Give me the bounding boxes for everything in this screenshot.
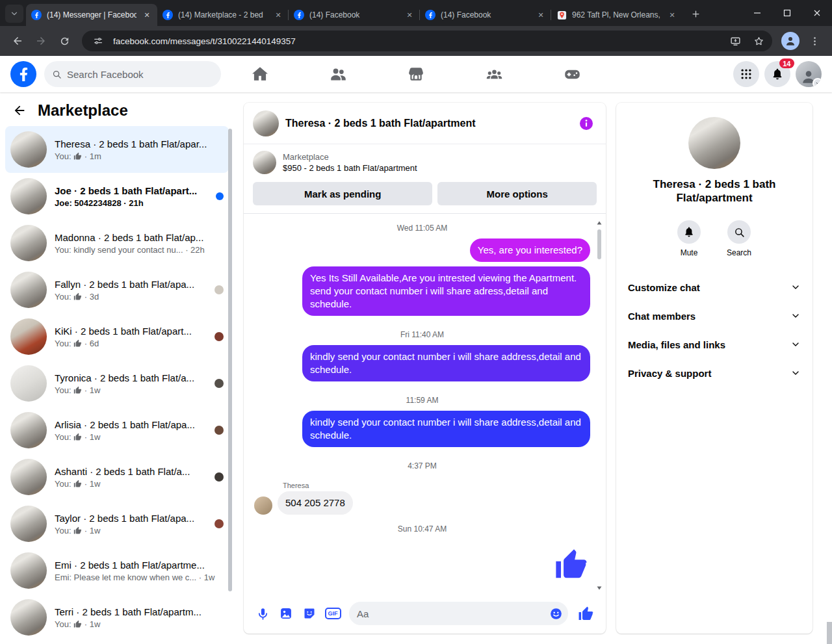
chat-list-item-emi[interactable]: Emi · 2 beds 1 bath Flat/apartme... Emi:… [5, 547, 229, 594]
url-text[interactable]: facebook.com/messages/t/3100221440149357 [113, 36, 720, 46]
nav-marketplace[interactable] [377, 56, 455, 92]
message-input[interactable]: Aa [349, 602, 568, 625]
site-settings-icon[interactable] [90, 32, 107, 49]
chat-list-item-kiki[interactable]: KiKi · 2 beds 1 bath Flat/apart... You: … [5, 313, 229, 360]
new-tab-button[interactable] [686, 5, 705, 23]
mark-as-pending-button[interactable]: Mark as pending [253, 182, 432, 205]
tab-close-icon[interactable]: ✕ [536, 10, 546, 20]
browser-profile-avatar[interactable] [781, 32, 800, 50]
browser-tab-facebook-1[interactable]: (14) Facebook ✕ [289, 4, 420, 26]
bookmark-star-icon[interactable] [750, 32, 767, 49]
sidebar-scrollbar[interactable] [228, 129, 232, 591]
timestamp: 11:59 AM [254, 396, 590, 405]
seen-indicator [214, 519, 224, 528]
emoji-icon[interactable] [549, 607, 563, 621]
search-label: Search [727, 248, 751, 257]
tab-close-icon[interactable]: ✕ [142, 10, 152, 20]
chat-name: Taylor · 2 beds 1 bath Flat/apa... [55, 513, 204, 524]
chat-list-item-theresa[interactable]: Theresa · 2 beds 1 bath Flat/apar... You… [5, 126, 229, 173]
back-arrow-icon[interactable] [10, 101, 29, 120]
chat-list-item-fallyn[interactable]: Fallyn · 2 beds 1 bath Flat/apa... You: … [5, 266, 229, 313]
section-chat-members[interactable]: Chat members [623, 302, 806, 330]
close-button[interactable] [802, 0, 832, 26]
chat-list-item-arlisia[interactable]: Arlisia · 2 beds 1 bath Flat/apa... You:… [5, 407, 229, 454]
chat-preview: You: kindly send your contact nu... · 22… [55, 245, 224, 255]
sent-message: kindly send your contact number i will s… [302, 411, 590, 447]
section-customize-chat[interactable]: Customize chat [623, 273, 806, 302]
profile-avatar[interactable] [796, 61, 822, 87]
facebook-header-actions: 14 [733, 61, 822, 87]
attach-image-icon[interactable] [275, 602, 297, 625]
page-scrollbar[interactable] [827, 92, 832, 644]
chat-list-item-joe[interactable]: Joe · 2 beds 1 bath Flat/apart... Joe: 5… [5, 173, 229, 220]
chat-avatar [10, 365, 47, 402]
notifications-button[interactable]: 14 [764, 61, 790, 87]
search-input[interactable] [67, 69, 213, 80]
section-media-files-links[interactable]: Media, files and links [623, 330, 806, 359]
tab-close-icon[interactable]: ✕ [404, 10, 415, 20]
tab-title: (14) Marketplace - 2 bed [178, 10, 268, 19]
browser-menu-icon[interactable] [803, 30, 826, 52]
browser-toolbar: facebook.com/messages/t/3100221440149357 [0, 26, 832, 56]
sidebar-header: Marketplace [0, 92, 234, 126]
install-icon[interactable] [727, 32, 744, 49]
seen-indicator [214, 285, 224, 294]
chat-list-item-tyronica[interactable]: Tyronica · 2 beds 1 bath Flat/a... You: … [5, 360, 229, 407]
send-like-icon[interactable] [573, 601, 598, 626]
timestamp: 4:37 PM [254, 461, 590, 470]
browser-tab-maps[interactable]: 962 Taft Pl, New Orleans, ✕ [551, 4, 682, 26]
chat-list-item-ashanti[interactable]: Ashanti · 2 beds 1 bath Flat/a... You: ·… [5, 454, 229, 500]
scroll-up-icon[interactable] [595, 219, 603, 227]
voice-clip-icon[interactable] [252, 602, 274, 625]
nav-gaming[interactable] [533, 56, 611, 92]
tab-close-icon[interactable]: ✕ [667, 10, 677, 20]
conversation-header[interactable]: Theresa · 2 beds 1 bath Flat/apartment [244, 103, 606, 144]
browser-tab-marketplace[interactable]: (14) Marketplace - 2 bed ✕ [157, 4, 289, 26]
conversation-panel: Theresa · 2 beds 1 bath Flat/apartment M… [244, 103, 606, 634]
nav-groups[interactable] [455, 56, 533, 92]
minimize-button[interactable] [742, 0, 772, 26]
back-icon[interactable] [6, 30, 29, 52]
facebook-logo[interactable] [10, 61, 36, 87]
tab-strip: (14) Messenger | Faceboo ✕ (14) Marketpl… [26, 0, 682, 26]
nav-home[interactable] [221, 56, 299, 92]
message-history[interactable]: Wed 11:05 AM Yes, are you interested? Ye… [244, 214, 606, 597]
marketplace-chat-sidebar: Marketplace Theresa · 2 beds 1 bath Flat… [0, 92, 234, 644]
section-privacy-support[interactable]: Privacy & support [623, 359, 806, 387]
mute-button[interactable]: Mute [677, 220, 701, 257]
maximize-button[interactable] [772, 0, 802, 26]
menu-grid-button[interactable] [733, 61, 759, 87]
nav-friends[interactable] [299, 56, 377, 92]
chat-list-item-madonna[interactable]: Madonna · 2 beds 1 bath Flat/ap... You: … [5, 220, 229, 266]
facebook-search[interactable] [44, 61, 221, 87]
chat-preview: You: · 1w [55, 385, 204, 395]
reload-icon[interactable] [53, 30, 75, 52]
tab-title: (14) Facebook [309, 10, 399, 19]
message-input-placeholder: Aa [357, 608, 549, 619]
forward-icon[interactable] [30, 30, 52, 52]
chat-list-item-taylor[interactable]: Taylor · 2 beds 1 bath Flat/apa... You: … [5, 500, 229, 547]
address-bar[interactable]: facebook.com/messages/t/3100221440149357 [82, 31, 772, 51]
bell-icon [677, 220, 701, 244]
listing-avatar [253, 151, 276, 174]
browser-tab-facebook-2[interactable]: (14) Facebook ✕ [420, 4, 551, 26]
seen-indicator [214, 426, 224, 435]
tab-title: 962 Taft Pl, New Orleans, [572, 10, 662, 19]
chat-name: Madonna · 2 beds 1 bath Flat/ap... [55, 232, 224, 243]
info-icon[interactable] [576, 113, 597, 134]
scroll-down-icon[interactable] [595, 584, 603, 592]
messages-scrollbar[interactable] [597, 229, 601, 259]
tab-close-icon[interactable]: ✕ [273, 10, 283, 20]
chat-name: Joe · 2 beds 1 bath Flat/apart... [55, 185, 205, 196]
chat-name: Arlisia · 2 beds 1 bath Flat/apa... [55, 419, 204, 430]
search-icon [727, 220, 751, 244]
tab-search-button[interactable] [5, 5, 23, 23]
more-options-button[interactable]: More options [437, 182, 597, 205]
chat-list-item-terri[interactable]: Terri · 2 beds 1 bath Flat/apartm... You… [5, 594, 229, 641]
chat-preview: Emi: Please let me know when we c... · 1… [55, 573, 224, 582]
sticker-icon[interactable] [298, 602, 320, 625]
browser-tab-messenger[interactable]: (14) Messenger | Faceboo ✕ [26, 4, 157, 26]
sender-name: Theresa [283, 482, 353, 489]
gif-icon[interactable]: GIF [322, 602, 344, 625]
search-conversation-button[interactable]: Search [727, 220, 751, 257]
